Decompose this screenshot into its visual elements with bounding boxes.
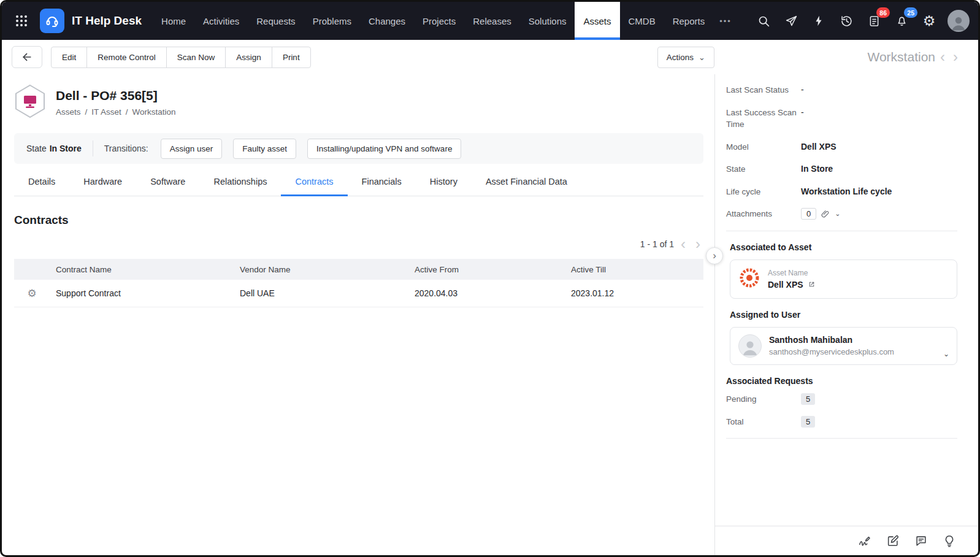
tab-relationships[interactable]: Relationships (199, 167, 281, 196)
cell-contract-name[interactable]: Support Contract (50, 280, 234, 307)
associated-asset-card[interactable]: Asset Name Dell XPS (730, 259, 957, 299)
column-header-active-till: Active Till (565, 259, 703, 280)
asset-type-icon (738, 267, 760, 291)
transition-vpn-software-button[interactable]: Installing/updating VPN and software (307, 139, 461, 159)
pagination: 1 - 1 of 1 ‹ › (14, 237, 703, 252)
associated-requests-heading: Associated Requests (726, 376, 957, 386)
chevron-down-icon: ⌄ (699, 53, 705, 62)
app-launcher-icon[interactable] (9, 2, 34, 40)
nav-assets[interactable]: Assets (575, 2, 619, 40)
field-value: Dell XPS (801, 141, 836, 152)
asset-name-label: Asset Name (768, 269, 816, 277)
nav-reports[interactable]: Reports (664, 2, 714, 40)
nav-cmdb[interactable]: CMDB (620, 2, 664, 40)
edit-button[interactable]: Edit (51, 47, 87, 68)
nav-problems[interactable]: Problems (304, 2, 360, 40)
settings-gear-icon[interactable]: ⚙ (917, 9, 941, 33)
tab-history[interactable]: History (416, 167, 472, 196)
assigned-user-card[interactable]: Santhosh Mahibalan santhosh@myservicedes… (730, 327, 957, 365)
nav-more-icon[interactable]: ••• (713, 2, 738, 40)
navbar-actions: 86 25 ⚙ (752, 2, 978, 40)
transition-assign-user-button[interactable]: Assign user (161, 139, 223, 159)
pending-count-badge[interactable]: 5 (801, 393, 815, 405)
cell-vendor-name: Dell UAE (234, 280, 408, 307)
field-label: State (726, 163, 801, 175)
tab-software[interactable]: Software (136, 167, 199, 196)
paperclip-icon[interactable] (821, 209, 830, 219)
comments-icon[interactable] (913, 533, 929, 549)
pagination-prev-chevron-icon[interactable]: ‹ (678, 237, 689, 252)
contracts-table: Contract Name Vendor Name Active From Ac… (14, 259, 703, 307)
tab-asset-financial-data[interactable]: Asset Financial Data (472, 167, 581, 196)
nav-changes[interactable]: Changes (360, 2, 414, 40)
external-link-icon[interactable] (808, 280, 816, 288)
assigned-user-avatar (738, 334, 762, 358)
compose-note-icon[interactable] (885, 533, 901, 549)
transition-faulty-asset-button[interactable]: Faulty asset (233, 139, 296, 159)
total-label: Total (726, 416, 801, 428)
quick-actions-icon[interactable] (807, 9, 830, 33)
tab-financials[interactable]: Financials (348, 167, 416, 196)
print-button[interactable]: Print (272, 47, 311, 68)
asset-summary-sidebar: Last Scan Status - Last Success Scan Tim… (714, 74, 978, 555)
pagination-next-chevron-icon[interactable]: › (692, 237, 703, 252)
actions-label: Actions (667, 53, 694, 62)
table-row[interactable]: ⚙ Support Contract Dell UAE 2020.04.03 2… (14, 280, 703, 307)
breadcrumb-assets[interactable]: Assets (56, 107, 81, 117)
breadcrumb-workstation[interactable]: Workstation (132, 107, 176, 117)
nav-home[interactable]: Home (153, 2, 194, 40)
field-attachments: Attachments 0 ⌄ (726, 208, 957, 220)
divider (726, 231, 957, 231)
next-asset-chevron-icon[interactable]: › (950, 50, 961, 64)
tasks-icon[interactable]: 86 (862, 9, 886, 33)
state-transitions-bar: StateIn Store Transitions: Assign user F… (14, 133, 703, 164)
field-label: Model (726, 141, 801, 153)
actions-dropdown[interactable]: Actions ⌄ (657, 47, 714, 68)
notifications-icon[interactable]: 25 (890, 9, 913, 33)
field-value: - (801, 107, 804, 117)
nav-projects[interactable]: Projects (414, 2, 464, 40)
field-value: Workstation Life cycle (801, 186, 892, 196)
nav-releases[interactable]: Releases (464, 2, 520, 40)
user-card-chevron-icon[interactable]: ⌄ (943, 350, 949, 358)
prev-asset-chevron-icon[interactable]: ‹ (937, 50, 948, 64)
send-icon[interactable] (779, 9, 803, 33)
tab-details[interactable]: Details (14, 167, 69, 196)
attachments-chevron-icon[interactable]: ⌄ (835, 210, 840, 218)
state-text: StateIn Store (26, 144, 82, 153)
collapse-panel-handle[interactable]: › (706, 247, 723, 264)
field-state: State In Store (726, 163, 957, 175)
signature-icon[interactable] (857, 533, 873, 549)
scan-now-button[interactable]: Scan Now (166, 47, 226, 68)
context-pager: Workstation ‹ › (723, 50, 968, 64)
total-count-badge[interactable]: 5 (801, 416, 815, 428)
tab-contracts[interactable]: Contracts (281, 167, 347, 196)
approvals-badge: 86 (876, 7, 890, 18)
field-value: In Store (801, 163, 833, 174)
lightbulb-icon[interactable] (941, 533, 957, 549)
sidebar-content: Last Scan Status - Last Success Scan Tim… (715, 74, 978, 526)
breadcrumb-it-asset[interactable]: IT Asset (91, 107, 121, 117)
nav-solutions[interactable]: Solutions (520, 2, 575, 40)
user-avatar[interactable] (947, 10, 970, 32)
row-gear-icon[interactable]: ⚙ (14, 280, 50, 307)
assign-button[interactable]: Assign (225, 47, 272, 68)
primary-nav: Home Activities Requests Problems Change… (153, 2, 738, 40)
asset-header: Dell - PO# 356[5] Assets / IT Asset / Wo… (14, 74, 703, 126)
remote-control-button[interactable]: Remote Control (86, 47, 167, 68)
nav-requests[interactable]: Requests (248, 2, 304, 40)
requests-total-row: Total 5 (726, 416, 957, 428)
divider (726, 438, 957, 439)
tab-hardware[interactable]: Hardware (69, 167, 136, 196)
history-icon[interactable] (835, 9, 858, 33)
pagination-range: 1 - 1 of 1 (640, 239, 674, 249)
assigned-user-email: santhosh@myservicedeskplus.com (769, 347, 894, 356)
app-window: IT Help Desk Home Activities Requests Pr… (0, 0, 980, 557)
attachments-count[interactable]: 0 (801, 208, 816, 220)
back-button[interactable] (12, 46, 42, 68)
search-icon[interactable] (752, 9, 775, 33)
top-navbar: IT Help Desk Home Activities Requests Pr… (2, 2, 978, 40)
contracts-heading: Contracts (14, 213, 703, 227)
nav-activities[interactable]: Activities (194, 2, 248, 40)
associated-asset-name[interactable]: Dell XPS (768, 280, 803, 290)
